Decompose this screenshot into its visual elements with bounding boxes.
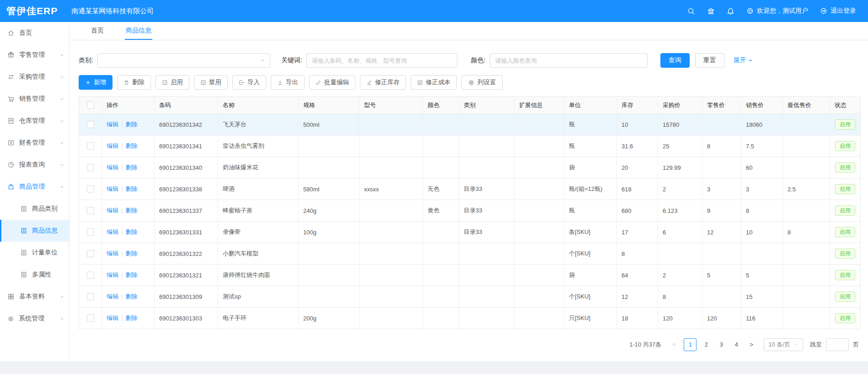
page-button-3[interactable]: 3 [716,338,727,351]
cell-model [359,222,423,243]
cell-color [423,286,459,308]
cell-color [423,243,459,265]
tab-首页[interactable]: 首页 [90,22,105,40]
prev-page-button[interactable]: < [669,338,680,351]
row-checkbox[interactable] [87,250,94,257]
page-button-4[interactable]: 4 [731,338,742,351]
link-separator: | [121,142,123,149]
link-separator: | [121,293,123,300]
cell-barcode: 6901236301342 [155,114,218,136]
sidebar-item-采购管理[interactable]: 采购管理 [0,66,69,88]
cell-ext [514,200,564,222]
修正成本-toolbar-button[interactable]: 修正成本 [411,75,457,90]
row-checkbox[interactable] [87,228,94,236]
sidebar-item-商品类别[interactable]: 商品类别 [0,198,69,220]
sidebar-item-仓库管理[interactable]: 仓库管理 [0,110,69,132]
search-icon[interactable] [687,7,695,15]
edit-link[interactable]: 编辑 [107,142,118,149]
status-badge: 启用 [835,163,855,173]
cell-ext [514,222,564,243]
delete-link[interactable]: 删除 [125,250,137,257]
table-row: 编辑|删除6901236301342飞天茅台500ml瓶101578018060… [79,114,861,136]
delete-link[interactable]: 删除 [125,314,137,321]
column-header-retail: 零售价 [702,97,741,114]
delete-link[interactable]: 删除 [125,164,137,171]
sidebar-item-首页[interactable]: 首页 [0,22,69,44]
delete-link[interactable]: 删除 [125,271,137,278]
reset-button[interactable]: 重置 [695,53,724,68]
cell-purchase: 6 [658,222,702,243]
link-separator: | [121,185,123,192]
delete-link[interactable]: 删除 [125,121,137,128]
bank-icon[interactable] [707,7,715,15]
sidebar-item-label: 多属性 [32,271,51,279]
cell-spec [299,157,359,179]
禁用-toolbar-button[interactable]: 禁用 [194,75,228,90]
sidebar-item-label: 计量单位 [32,249,58,257]
edit-link[interactable]: 编辑 [107,228,118,235]
edit-link[interactable]: 编辑 [107,185,118,192]
cell-min_price [783,308,830,329]
row-checkbox[interactable] [87,142,94,150]
sidebar-item-多属性[interactable]: 多属性 [0,264,69,286]
next-page-button[interactable]: > [746,338,757,351]
logout-button[interactable]: 退出登录 [820,7,856,15]
cell-unit: 个[SKU] [564,243,617,265]
row-checkbox[interactable] [87,314,94,322]
sidebar-item-商品管理[interactable]: 商品管理 [0,176,69,198]
sidebar-item-计量单位[interactable]: 计量单位 [0,242,69,264]
row-checkbox[interactable] [87,207,94,214]
expand-link[interactable]: 展开 [734,56,753,65]
sidebar-item-销售管理[interactable]: 销售管理 [0,88,69,110]
row-checkbox[interactable] [87,271,94,279]
sidebar-item-财务管理[interactable]: 财务管理 [0,132,69,154]
bell-icon[interactable] [727,7,734,15]
sidebar-item-零售管理[interactable]: 零售管理 [0,44,69,66]
新增-toolbar-button[interactable]: 新增 [79,75,113,90]
search-button[interactable]: 查询 [660,53,690,68]
sidebar-item-报表查询[interactable]: 报表查询 [0,154,69,176]
user-welcome[interactable]: 欢迎您，测试用户 [746,7,808,15]
select-all-checkbox[interactable] [87,102,94,109]
import-icon [239,80,245,86]
delete-link[interactable]: 删除 [125,142,137,149]
edit-link[interactable]: 编辑 [107,293,118,300]
cell-retail [702,114,741,136]
page-button-2[interactable]: 2 [701,338,712,351]
cell-ext [514,157,564,179]
delete-link[interactable]: 删除 [125,207,137,214]
edit-link[interactable]: 编辑 [107,314,118,321]
main-content: 首页商品信息 类别: 关键词: 颜色: 查询 重置 展开 新增删除启用禁用导入导… [70,22,868,361]
sidebar-item-系统管理[interactable]: 系统管理 [0,308,69,330]
color-input[interactable] [490,53,648,68]
delete-link[interactable]: 删除 [125,185,137,192]
批量编辑-toolbar-button[interactable]: 批量编辑 [309,75,355,90]
导出-toolbar-button[interactable]: 导出 [271,75,305,90]
keyword-input[interactable] [306,53,457,68]
edit-link[interactable]: 编辑 [107,271,118,278]
列设置-toolbar-button[interactable]: 列设置 [461,75,503,90]
row-checkbox[interactable] [87,185,94,193]
tab-商品信息[interactable]: 商品信息 [125,22,152,40]
sidebar-item-基本资料[interactable]: 基本资料 [0,286,69,308]
jump-page-input[interactable] [826,338,849,351]
启用-toolbar-button[interactable]: 启用 [155,75,189,90]
edit-link[interactable]: 编辑 [107,250,118,257]
delete-link[interactable]: 删除 [125,228,137,235]
edit-link[interactable]: 编辑 [107,207,118,214]
cell-stock: 17 [617,222,658,243]
row-checkbox[interactable] [87,293,94,300]
cell-color [423,308,459,329]
delete-link[interactable]: 删除 [125,293,137,300]
category-select[interactable] [97,53,270,68]
page-button-1[interactable]: 1 [684,338,697,351]
删除-toolbar-button[interactable]: 删除 [117,75,151,90]
row-checkbox[interactable] [87,164,94,171]
edit-link[interactable]: 编辑 [107,121,118,128]
sidebar-item-商品信息[interactable]: 商品信息 [0,220,69,242]
edit-link[interactable]: 编辑 [107,164,118,171]
导入-toolbar-button[interactable]: 导入 [232,75,266,90]
修正库存-toolbar-button[interactable]: 修正库存 [360,75,406,90]
page-size-select[interactable]: 10 条/页 [764,338,803,351]
row-checkbox[interactable] [87,121,94,128]
